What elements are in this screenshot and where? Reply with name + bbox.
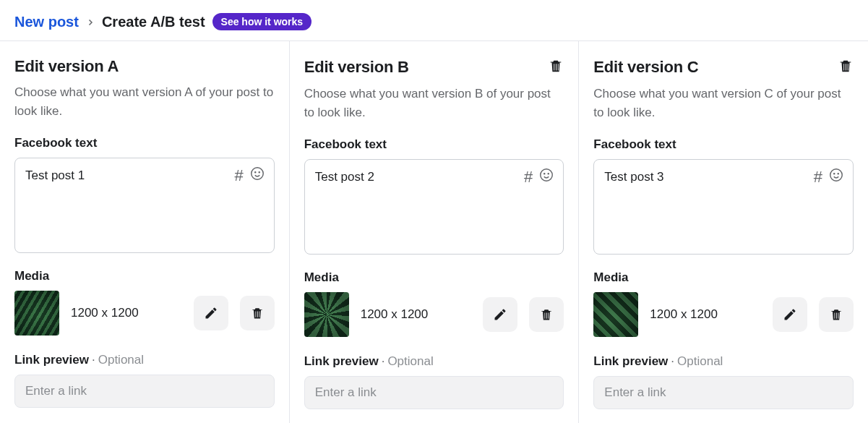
- fb-text-value-a: Test post 1: [25, 168, 85, 182]
- svg-point-8: [838, 174, 838, 174]
- delete-version-b-button[interactable]: [548, 57, 564, 77]
- edit-media-button[interactable]: [773, 297, 807, 332]
- media-dims-c: 1200 x 1200: [650, 307, 761, 322]
- version-c-column: Edit version C Choose what you want vers…: [578, 41, 868, 423]
- edit-media-button[interactable]: [194, 296, 228, 330]
- breadcrumb-current: Create A/B test: [102, 14, 205, 30]
- version-c-desc: Choose what you want version C of your p…: [593, 85, 854, 121]
- delete-media-button[interactable]: [529, 297, 564, 332]
- media-thumbnail-c[interactable]: [593, 292, 638, 337]
- chevron-right-icon: [86, 14, 95, 30]
- versions-container: Edit version A Choose what you want vers…: [0, 41, 868, 423]
- edit-media-button[interactable]: [483, 297, 517, 332]
- media-label: Media: [14, 269, 275, 283]
- svg-point-4: [544, 174, 545, 174]
- delete-version-c-button[interactable]: [838, 57, 854, 77]
- version-b-desc: Choose what you want version B of your p…: [304, 85, 564, 121]
- media-row-c: 1200 x 1200: [593, 292, 854, 337]
- fb-text-input-b[interactable]: Test post 2 #: [304, 159, 564, 255]
- svg-point-6: [830, 169, 843, 181]
- svg-point-7: [834, 174, 835, 174]
- breadcrumb: New post Create A/B test See how it work…: [0, 0, 868, 41]
- media-row-b: 1200 x 1200: [304, 292, 564, 337]
- media-label: Media: [304, 270, 564, 285]
- version-a-desc: Choose what you want version A of your p…: [14, 83, 275, 120]
- emoji-icon[interactable]: [249, 166, 265, 185]
- media-row-a: 1200 x 1200: [14, 291, 275, 336]
- media-dims-b: 1200 x 1200: [361, 307, 472, 322]
- svg-point-1: [254, 172, 255, 173]
- svg-point-5: [549, 174, 549, 174]
- version-a-title: Edit version A: [14, 57, 119, 76]
- version-c-title: Edit version C: [593, 58, 698, 77]
- link-preview-label: Link preview·Optional: [304, 354, 564, 369]
- link-input-a[interactable]: [14, 375, 275, 408]
- media-dims-a: 1200 x 1200: [71, 306, 182, 320]
- version-b-title: Edit version B: [304, 58, 409, 77]
- fb-text-input-c[interactable]: Test post 3 #: [593, 159, 854, 255]
- svg-point-0: [251, 168, 263, 180]
- link-input-c[interactable]: [593, 376, 854, 409]
- svg-point-3: [541, 169, 553, 181]
- fb-text-value-b: Test post 2: [315, 170, 374, 184]
- media-thumbnail-b[interactable]: [304, 292, 349, 337]
- media-label: Media: [593, 270, 854, 285]
- link-preview-label: Link preview·Optional: [14, 353, 275, 367]
- link-preview-label: Link preview·Optional: [593, 354, 854, 369]
- svg-point-2: [259, 172, 259, 173]
- hashtag-icon[interactable]: #: [814, 168, 822, 187]
- breadcrumb-root-link[interactable]: New post: [14, 14, 79, 30]
- link-input-b[interactable]: [304, 376, 564, 409]
- delete-media-button[interactable]: [819, 297, 854, 332]
- fb-text-label: Facebook text: [14, 136, 275, 150]
- media-thumbnail-a[interactable]: [14, 291, 59, 336]
- see-how-it-works-button[interactable]: See how it works: [212, 13, 312, 30]
- version-a-column: Edit version A Choose what you want vers…: [0, 41, 289, 423]
- fb-text-value-c: Test post 3: [604, 170, 663, 184]
- emoji-icon[interactable]: [828, 167, 844, 187]
- emoji-icon[interactable]: [538, 167, 554, 187]
- hashtag-icon[interactable]: #: [234, 166, 243, 185]
- fb-text-label: Facebook text: [304, 137, 564, 152]
- version-b-column: Edit version B Choose what you want vers…: [289, 41, 579, 423]
- delete-media-button[interactable]: [240, 296, 275, 330]
- fb-text-input-a[interactable]: Test post 1 #: [14, 158, 275, 253]
- fb-text-label: Facebook text: [593, 137, 854, 152]
- hashtag-icon[interactable]: #: [524, 168, 533, 187]
